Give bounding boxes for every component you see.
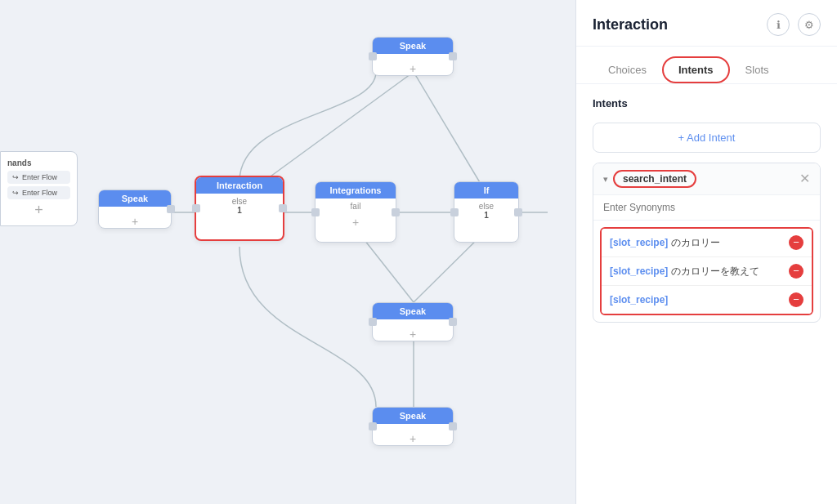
utterance-text-2: [slot_recipe]: [610, 294, 782, 306]
tab-choices[interactable]: Choices: [593, 56, 662, 83]
intent-header: ▾ search_intent ✕: [593, 163, 820, 195]
interaction-out-port: [279, 204, 287, 212]
speak-mid-header: Speak: [373, 303, 453, 319]
speak-top-in-port: [369, 52, 377, 60]
close-icon: ✕: [799, 172, 810, 185]
canvas-connections: [0, 0, 575, 504]
panel-title: Interaction: [593, 16, 668, 33]
enter-flow-btn-2[interactable]: ↪ Enter Flow: [7, 186, 70, 199]
speak-mid-in-port: [369, 318, 377, 326]
interaction-header: Interaction: [196, 177, 283, 194]
settings-button[interactable]: ⚙: [798, 13, 821, 36]
node-speak-top: Speak +: [372, 37, 454, 76]
info-button[interactable]: ℹ: [767, 13, 790, 36]
intents-label: Intents: [593, 97, 821, 109]
intent-name-badge[interactable]: search_intent: [613, 170, 696, 188]
node-speak-left-out-port: [167, 205, 175, 213]
canvas-area: nands ↪ Enter Flow ↪ Enter Flow + Speak …: [0, 0, 575, 504]
speak-bot-in-port: [369, 422, 377, 430]
tabs-row: Choices Intents Slots: [576, 47, 837, 84]
add-command-btn[interactable]: +: [7, 202, 70, 219]
synonyms-input[interactable]: [593, 195, 820, 221]
node-speak-mid: Speak +: [372, 302, 454, 341]
intent-item-search: ▾ search_intent ✕ [slot_recipe] のカロリー −: [593, 163, 821, 323]
tab-intents[interactable]: Intents: [662, 56, 730, 83]
remove-utterance-1[interactable]: −: [789, 264, 803, 279]
enter-flow-btn-1[interactable]: ↪ Enter Flow: [7, 171, 70, 184]
speak-bot-add[interactable]: +: [410, 432, 416, 445]
integrations-header: Integrations: [316, 182, 396, 198]
chevron-down-icon: ▾: [603, 174, 608, 185]
if-header: If: [454, 182, 518, 198]
svg-line-1: [414, 72, 488, 196]
speak-top-out-port: [449, 52, 457, 60]
if-out-port: [514, 208, 522, 216]
utterance-row-2: [slot_recipe] −: [602, 286, 812, 314]
utterance-row-1: [slot_recipe] のカロリーを教えて −: [602, 257, 812, 286]
right-panel: Interaction ℹ ⚙ Choices Intents Slots In…: [575, 0, 837, 504]
add-intent-button[interactable]: + Add Intent: [593, 123, 821, 153]
speak-left-header: Speak: [99, 190, 171, 207]
panel-header: Interaction ℹ ⚙: [576, 0, 837, 47]
speak-bot-out-port: [449, 422, 457, 430]
left-panel-label: nands: [7, 158, 70, 167]
interaction-in-port: [192, 204, 200, 212]
speak-left-add[interactable]: +: [132, 215, 138, 228]
integrations-in-port: [311, 208, 320, 216]
intent-name-wrap: ▾ search_intent: [603, 170, 696, 188]
integrations-out-port: [392, 208, 400, 216]
left-commands-panel: nands ↪ Enter Flow ↪ Enter Flow +: [0, 151, 78, 226]
integrations-add[interactable]: +: [352, 216, 359, 229]
panel-icons: ℹ ⚙: [767, 13, 821, 36]
intents-section: Intents: [593, 97, 821, 113]
tab-slots[interactable]: Slots: [730, 56, 785, 83]
node-if: If else 1: [454, 181, 519, 243]
speak-mid-out-port: [449, 318, 457, 326]
node-speak-bot: Speak +: [372, 407, 454, 446]
speak-bot-header: Speak: [373, 408, 453, 424]
enter-flow-icon-1: ↪: [12, 173, 19, 181]
utterance-text-0: [slot_recipe] のカロリー: [610, 236, 782, 250]
intent-close-button[interactable]: ✕: [799, 172, 810, 185]
speak-top-add[interactable]: +: [410, 62, 416, 75]
panel-content: Intents + Add Intent ▾ search_intent ✕ […: [576, 84, 837, 504]
utterances-list: [slot_recipe] のカロリー − [slot_recipe] のカロリ…: [600, 227, 813, 315]
settings-icon: ⚙: [804, 19, 814, 31]
node-integrations: Integrations fail +: [315, 181, 396, 243]
info-icon: ℹ: [777, 19, 781, 31]
node-interaction[interactable]: Interaction else 1: [195, 176, 284, 241]
enter-flow-icon-2: ↪: [12, 189, 19, 197]
remove-utterance-2[interactable]: −: [789, 292, 803, 307]
node-speak-left: Speak +: [98, 190, 172, 229]
speak-top-header: Speak: [373, 38, 453, 54]
if-in-port: [450, 208, 459, 216]
remove-utterance-0[interactable]: −: [789, 235, 803, 250]
utterance-row-0: [slot_recipe] のカロリー −: [602, 229, 812, 257]
speak-mid-add[interactable]: +: [410, 328, 416, 341]
utterance-text-1: [slot_recipe] のカロリーを教えて: [610, 265, 782, 279]
